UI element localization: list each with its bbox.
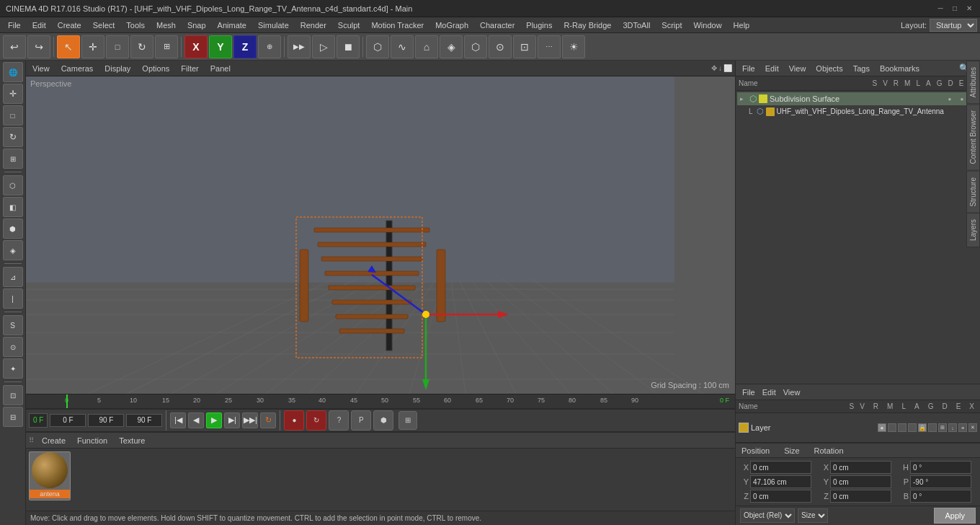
axis-x-button[interactable]: X [184,35,208,58]
menu-motion-tracker[interactable]: Motion Tracker [366,19,429,31]
viewport[interactable]: X Y Z Perspective Grid Spacing : 100 cm [26,76,735,394]
menu-select[interactable]: Select [88,19,120,31]
obj-menu-edit[interactable]: Edit [762,63,783,74]
keyframe-button[interactable]: ⬢ [373,410,393,431]
left-tool-7[interactable]: ◧ [3,197,23,217]
vp-menu-options[interactable]: Options [138,63,173,74]
play-button[interactable]: ▷ [312,35,335,58]
coord-rot-h-input[interactable] [910,461,971,474]
menu-render[interactable]: Render [295,19,331,31]
coord-size-y-input[interactable] [830,475,891,488]
apply-button[interactable]: Apply [934,508,976,524]
obj-menu-view[interactable]: View [785,63,810,74]
menu-file[interactable]: File [3,19,26,31]
menu-character[interactable]: Character [475,19,520,31]
tab-structure[interactable]: Structure [966,171,980,213]
move-tool-button[interactable]: ✛ [81,35,104,58]
obj-row-subdivision[interactable]: ▸ ⬡ Subdivision Surface ● ● ✓ [737,92,979,105]
scale-tool-button[interactable]: □ [106,35,129,58]
spline-button[interactable]: ∿ [391,35,414,58]
menu-help[interactable]: Help [729,19,755,31]
layer-flag-r[interactable] [898,423,906,432]
menu-window[interactable]: Window [688,19,726,31]
layer-flag-x[interactable]: ✕ [968,423,977,432]
layer-flag-v[interactable] [888,423,896,432]
menu-sculpt[interactable]: Sculpt [333,19,365,31]
sub-flag-v[interactable]: ● [958,94,966,103]
left-tool-8[interactable]: ⬢ [3,219,23,239]
axis-z-button[interactable]: Z [233,35,257,58]
axis-world-button[interactable]: ⊕ [258,35,281,58]
camera-button[interactable]: ⬡ [464,35,487,58]
mat-menu-create[interactable]: Create [38,436,69,446]
menu-mesh[interactable]: Mesh [151,19,181,31]
layer-flag-l[interactable]: 🔒 [918,423,927,432]
powertrack-button[interactable]: ⊞ [398,411,417,430]
record-position-button[interactable]: ● [284,410,304,431]
layer-flag-s[interactable]: ● [878,423,886,432]
menu-mograph[interactable]: MoGraph [430,19,473,31]
coord-size-x-input[interactable] [830,461,891,474]
maximize-button[interactable]: □ [950,4,960,14]
preview-end-input[interactable] [88,414,124,427]
field-button[interactable]: ⋯ [538,35,561,58]
layers-menu-edit[interactable]: Edit [759,387,780,397]
coord-pos-y-input[interactable] [750,475,811,488]
deformer-button[interactable]: ◈ [440,35,463,58]
coord-size-z-input[interactable] [830,490,891,503]
stop-button[interactable]: ⏹ [337,35,360,58]
menu-tools[interactable]: Tools [121,19,150,31]
coord-pos-x-input[interactable] [750,461,811,474]
nurbs-button[interactable]: ⌂ [415,35,438,58]
obj-menu-tags[interactable]: Tags [850,63,873,74]
autokey-button[interactable]: P [351,410,371,431]
left-tool-1[interactable]: 🌐 [3,62,23,82]
left-tool-15[interactable]: ⊡ [3,385,23,405]
start-frame-input[interactable] [50,414,86,427]
material-swatch-antena[interactable]: antena [29,451,71,500]
menu-animate[interactable]: Animate [213,19,251,31]
layer-flag-g[interactable]: ⊞ [938,423,947,432]
vp-menu-filter[interactable]: Filter [177,63,202,74]
go-end-button[interactable]: ▶▶| [242,412,258,428]
layers-menu-view[interactable]: View [780,387,804,397]
vp-menu-view[interactable]: View [29,63,53,74]
record-rotation-button[interactable]: ↻ [306,410,326,431]
left-tool-5[interactable]: ⊞ [3,149,23,169]
obj-menu-bookmarks[interactable]: Bookmarks [876,63,923,74]
vp-icon-2[interactable]: ↓ [718,64,722,72]
prev-frame-button[interactable]: ◀ [188,412,204,428]
menu-3dtoall[interactable]: 3DToAll [618,19,655,31]
layer-flag-d[interactable]: ↓ [948,423,957,432]
menu-script[interactable]: Script [656,19,687,31]
left-tool-10[interactable]: ⊿ [3,267,23,287]
layers-menu-file[interactable]: File [739,387,759,397]
tab-content-browser[interactable]: Content Browser [966,104,980,170]
left-tool-14[interactable]: ✦ [3,358,23,379]
tab-layers[interactable]: Layers [966,213,980,247]
menu-simulate[interactable]: Simulate [253,19,294,31]
sub-flag-s[interactable]: ● [945,94,954,103]
record-button[interactable]: ▶▶ [288,35,311,58]
left-tool-2[interactable]: ✛ [3,84,23,104]
layer-flag-m[interactable] [908,423,917,432]
left-tool-16[interactable]: ⊟ [3,407,23,427]
cube-button[interactable]: ⬡ [366,35,389,58]
layer-flag-a[interactable] [928,423,937,432]
left-tool-11[interactable]: | [3,288,23,309]
go-start-button[interactable]: |◀ [170,412,186,428]
layer-flag-e[interactable]: ≡ [958,423,967,432]
menu-snap[interactable]: Snap [182,19,211,31]
minimize-button[interactable]: ─ [935,4,945,14]
vp-icon-1[interactable]: ✥ [711,64,717,72]
transform-tool-button[interactable]: ⊞ [155,35,178,58]
menu-create[interactable]: Create [53,19,86,31]
left-tool-12[interactable]: S [3,315,23,335]
vp-menu-cameras[interactable]: Cameras [58,63,97,74]
rotate-tool-button[interactable]: ↻ [130,35,153,58]
obj-menu-objects[interactable]: Objects [812,63,846,74]
left-tool-3[interactable]: □ [3,105,23,125]
coord-rot-p-input[interactable] [910,475,971,488]
menu-rray[interactable]: R-Ray Bridge [558,19,616,31]
mat-menu-function[interactable]: Function [74,436,111,446]
